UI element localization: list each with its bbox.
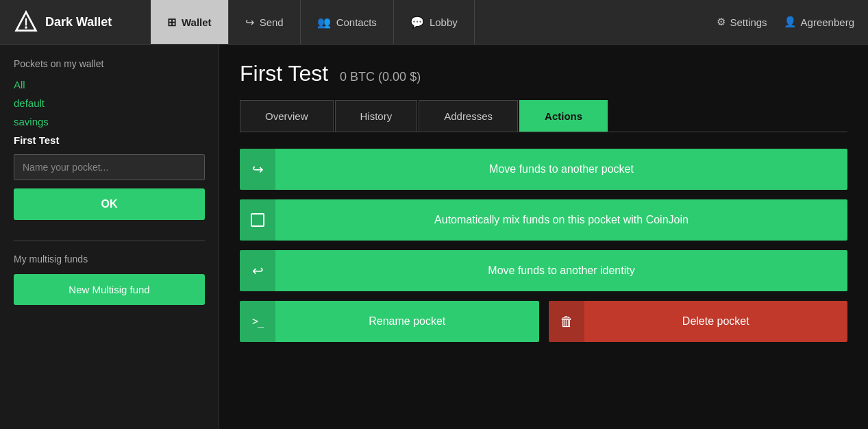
sidebar-item-savings[interactable]: savings [14,116,205,127]
nav-send[interactable]: ↪ Send [229,0,301,44]
tab-history[interactable]: History [335,100,418,132]
main-content: First Test 0 BTC (0.00 $) Overview Histo… [219,45,868,429]
send-icon: ↪ [245,16,254,29]
action-move-funds-identity-label: Move funds to another identity [275,252,847,289]
pockets-title: Pockets on my wallet [14,58,205,69]
lobby-icon: 💬 [410,16,424,29]
sidebar: Pockets on my wallet All default savings… [0,45,219,429]
tab-actions[interactable]: Actions [519,100,608,132]
tab-overview[interactable]: Overview [240,100,334,132]
arrow-forward-icon: ↪ [240,149,275,190]
action-split-row: >_ Rename pocket 🗑 Delete pocket [240,301,847,342]
action-move-funds-pocket[interactable]: ↪ Move funds to another pocket [240,149,847,190]
main-layout: Pockets on my wallet All default savings… [0,45,868,429]
app-title: Dark Wallet [45,15,112,29]
multisig-title: My multisig funds [14,254,205,265]
nav-user[interactable]: 👤 Agreenberg [784,16,854,28]
action-coinjoin-label: Automatically mix funds on this pocket w… [275,201,847,238]
tabs: Overview History Addresses Actions [240,100,847,132]
nav-right: ⚙ Settings 👤 Agreenberg [717,16,868,28]
settings-icon: ⚙ [717,16,726,28]
nav-user-label: Agreenberg [801,16,854,28]
topnav: Dark Wallet ⊞ Wallet ↪ Send 👥 Contacts 💬… [0,0,868,45]
action-rename[interactable]: >_ Rename pocket [240,301,539,342]
nav-lobby-label: Lobby [430,16,458,28]
pocket-amount: 0 BTC (0.00 $) [340,70,421,84]
nav-settings-label: Settings [730,16,767,28]
nav-lobby[interactable]: 💬 Lobby [394,0,475,44]
pocket-name-input[interactable] [14,154,205,180]
action-coinjoin[interactable]: Automatically mix funds on this pocket w… [240,199,847,241]
new-multisig-button[interactable]: New Multisig fund [14,274,205,305]
nav-contacts[interactable]: 👥 Contacts [301,0,394,44]
contacts-icon: 👥 [317,16,331,29]
sidebar-item-first-test[interactable]: First Test [14,134,205,146]
coinjoin-checkbox-cell [240,199,275,241]
action-move-funds-identity[interactable]: ↩ Move funds to another identity [240,250,847,291]
ok-button[interactable]: OK [14,188,205,220]
wallet-icon: ⊞ [167,16,176,29]
nav-wallet[interactable]: ⊞ Wallet [151,0,229,44]
pocket-name: First Test [240,61,328,86]
nav-wallet-label: Wallet [182,16,212,28]
arrow-back-icon: ↩ [240,250,275,291]
sidebar-divider [14,241,205,241]
action-delete-label: Delete pocket [584,303,848,340]
nav-contacts-label: Contacts [336,16,377,28]
sidebar-item-default[interactable]: default [14,97,205,109]
svg-point-2 [25,26,27,29]
user-icon: 👤 [784,16,797,28]
action-delete[interactable]: 🗑 Delete pocket [549,301,848,342]
logo-icon [14,10,38,34]
terminal-icon: >_ [240,301,275,342]
tab-addresses[interactable]: Addresses [419,100,518,132]
app-logo: Dark Wallet [0,10,151,34]
action-rename-label: Rename pocket [275,303,539,340]
nav-items: ⊞ Wallet ↪ Send 👥 Contacts 💬 Lobby [151,0,717,44]
action-move-funds-pocket-label: Move funds to another pocket [275,151,847,188]
nav-settings[interactable]: ⚙ Settings [717,16,767,28]
sidebar-item-all[interactable]: All [14,79,205,90]
coinjoin-checkbox[interactable] [251,213,264,227]
nav-send-label: Send [260,16,284,28]
pocket-title: First Test 0 BTC (0.00 $) [240,61,847,86]
trash-icon: 🗑 [549,301,584,342]
